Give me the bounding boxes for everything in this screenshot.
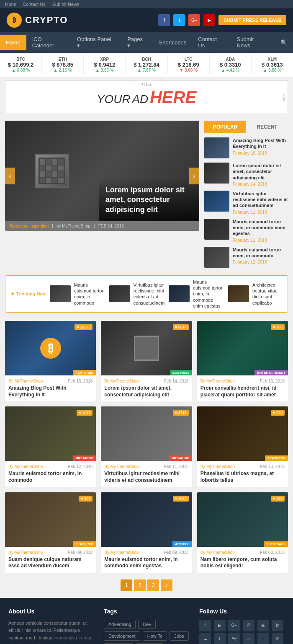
social-gplus-icon[interactable]: G+ <box>228 620 240 631</box>
social-twitter-icon[interactable]: t <box>214 633 226 644</box>
header-right: f t G+ ▶ SUBMIT PRESS RELEASE <box>158 14 286 26</box>
trending-item-1: Mauris euismod tortor enim, in commodo <box>50 279 104 309</box>
article-cat-6: FEATURED <box>265 455 288 461</box>
trending-item-4: Architecteo beatae vitae dicta sunt expl… <box>228 279 283 309</box>
tag-advertising[interactable]: Advertising <box>104 620 136 629</box>
trending-img-1 <box>50 285 71 302</box>
logo[interactable]: ₿ CRYPTO <box>7 13 68 28</box>
twitter-icon[interactable]: t <box>173 14 185 26</box>
nav-ico[interactable]: ICO Calender <box>26 32 71 53</box>
social-linkedin-icon[interactable]: in <box>272 620 283 631</box>
featured-slider: Lorem ipsum dolor sit amet, consectetur … <box>5 121 199 231</box>
article-img-8: ♥ 2962 ARTICLE <box>101 492 192 547</box>
social-facebook-icon[interactable]: f <box>199 620 211 631</box>
article-card-3: ♥ 306 ENTERTAINMENT By MyThemeShop Feb 1… <box>197 321 288 401</box>
tag-dev[interactable]: Dev <box>138 620 156 629</box>
footer-follow-title: Follow Us <box>199 608 285 615</box>
crypto-ticker: BTC $ 10,699.2 ▲ 0.68 % ETH $ 878.85 ▲ 2… <box>0 53 293 77</box>
sidebar: POPULAR RECENT Amazing Blog Post With Ev… <box>204 121 288 272</box>
tag-development[interactable]: Development <box>104 631 140 641</box>
social-soundcloud-icon[interactable]: ☁ <box>199 633 211 644</box>
search-icon[interactable]: 🔍 <box>275 35 293 50</box>
social-tumblr-icon[interactable]: t <box>257 633 269 644</box>
nav-options[interactable]: Options Panel ▾ <box>71 32 121 53</box>
nav-pages[interactable]: Pages ▾ <box>121 32 153 53</box>
submit-press-button[interactable]: SUBMIT PRESS RELEASE <box>218 15 286 25</box>
youtube-icon[interactable]: ▶ <box>203 14 215 26</box>
gplus-icon[interactable]: G+ <box>188 14 200 26</box>
article-views-4: ♥ 1046 <box>77 410 93 416</box>
social-windows-icon[interactable]: ⊞ <box>272 633 283 644</box>
page-2-button[interactable]: 2 <box>134 579 146 591</box>
social-music-icon[interactable]: ♫ <box>243 633 254 644</box>
header: ₿ CRYPTO f t G+ ▶ SUBMIT PRESS RELEASE <box>0 8 293 32</box>
facebook-icon[interactable]: f <box>158 14 170 26</box>
featured-image: Lorem ipsum dolor sit amet, consectetur … <box>5 121 199 221</box>
tag-howto[interactable]: How To <box>143 631 167 641</box>
nav-submitnews[interactable]: Submit News <box>231 32 275 53</box>
sidebar-post-1: Amazing Blog Post With Everything In It … <box>204 137 288 158</box>
sidebar-post-4: Mauris euismod tortor enim, in commodo e… <box>204 219 288 243</box>
article-views-5: ♥ 3715 <box>173 410 189 416</box>
footer-columns: About Us Aenean vehicula consectetur qua… <box>8 608 285 644</box>
nav-home[interactable]: Home <box>0 35 26 50</box>
social-pinterest-icon[interactable]: P <box>243 620 254 631</box>
article-views-3: ♥ 306 <box>271 324 285 330</box>
article-views-8: ♥ 2962 <box>173 496 189 502</box>
tab-popular[interactable]: POPULAR <box>204 121 246 133</box>
ticker-eth: ETH $ 878.85 ▲ 2.15 % <box>42 55 84 74</box>
nav-contact[interactable]: Contact Us <box>192 32 231 53</box>
article-cat-8: ARTICLE <box>172 541 192 547</box>
footer-about: About Us Aenean vehicula consectetur qua… <box>8 608 94 644</box>
featured-meta: Business, Inspiration | by MyThemeShop |… <box>5 221 199 231</box>
topbar-icons[interactable]: Icons <box>5 2 16 7</box>
page-next-button[interactable]: › <box>161 579 172 591</box>
topbar-submit[interactable]: Submit News <box>52 2 80 7</box>
social-instagram-icon[interactable]: ◉ <box>257 620 269 631</box>
article-card-1: ₿ ♥ 20693 FEATURED By MyThemeShop Feb 16… <box>5 321 96 401</box>
article-img-6: ♥ 279 FEATURED <box>197 406 288 461</box>
article-card-7: ♥ 309 FEATURED By MyThemeShop Feb 09, 20… <box>5 492 96 573</box>
article-card-5: ♥ 3715 BREAKING By MyThemeShop Feb 11, 2… <box>101 406 192 487</box>
footer-tags: Tags Advertising Dev Development How To … <box>104 608 189 644</box>
slider-prev-button[interactable]: ‹ <box>5 168 15 184</box>
ad-banner: ←728px→ ↑90px↓ YOUR AD HERE <box>5 80 288 114</box>
footer-about-title: About Us <box>8 608 94 615</box>
tab-recent[interactable]: RECENT <box>246 121 288 133</box>
article-views-7: ♥ 309 <box>79 496 93 502</box>
nav-shortcodes[interactable]: Shortcodes <box>153 35 193 50</box>
article-cat-1: FEATURED <box>73 370 96 375</box>
sidebar-post-img-1 <box>204 137 229 158</box>
tag-jobs[interactable]: Jobs <box>170 631 188 641</box>
footer-social-icons: f ▶ G+ P ◉ in ☁ t 📷 ♫ t ⊞ ▷ ☁ ♥ ▶ ◉ rss <box>199 620 285 644</box>
article-img-7: ♥ 309 FEATURED <box>5 492 96 547</box>
sidebar-post-img-5 <box>204 247 229 268</box>
social-youtube-icon[interactable]: ▶ <box>214 620 226 631</box>
footer-tags-title: Tags <box>104 608 189 615</box>
logo-icon: ₿ <box>7 13 22 28</box>
topbar-contact[interactable]: Contact Us <box>23 2 45 7</box>
page-1-button[interactable]: 1 <box>121 579 132 591</box>
featured-title: Lorem ipsum dolor sit amet, consectetur … <box>105 185 193 215</box>
article-card-2: ♥ 6614 BUSINESS By MyThemeShop Feb 14, 2… <box>101 321 192 401</box>
ticker-ada: ADA $ 0.3310 ▲ 4.42 % <box>210 55 252 74</box>
ticker-xrp: XRP $ 0.9412 ▲ 3.85 % <box>84 55 126 74</box>
article-views-9: ♥ 150 <box>271 496 285 502</box>
sidebar-post-3: Virtutibus igitur rectissime mihi videri… <box>204 191 288 215</box>
article-views-2: ♥ 6614 <box>173 324 189 330</box>
footer-tags-list: Advertising Dev Development How To Jobs … <box>104 620 189 644</box>
ticker-ltc: LTC $ 218.69 ▼ 3.68 % <box>168 55 210 74</box>
social-camera-icon[interactable]: 📷 <box>228 633 240 644</box>
article-cat-9: TUTORIALS <box>264 541 288 547</box>
page-3-button[interactable]: 3 <box>147 579 159 591</box>
footer-about-text1: Aenean vehicula consectetur quam, ut eff… <box>8 620 94 644</box>
article-card-8: ♥ 2962 ARTICLE By MyThemeShop Feb 09, 20… <box>101 492 192 573</box>
footer: About Us Aenean vehicula consectetur qua… <box>0 598 293 644</box>
slider-next-button[interactable]: › <box>189 168 199 184</box>
sidebar-post-img-2 <box>204 163 229 184</box>
article-card-6: ♥ 279 FEATURED By MyThemeShop Feb 10, 20… <box>197 406 288 487</box>
article-card-4: ♥ 1046 BREAKING By MyThemeShop Feb 12, 2… <box>5 406 96 487</box>
pagination: 1 2 3 › <box>0 579 293 591</box>
top-bar: Icons Contact Us Submit News <box>0 0 293 8</box>
featured-section: Lorem ipsum dolor sit amet, consectetur … <box>5 121 199 272</box>
